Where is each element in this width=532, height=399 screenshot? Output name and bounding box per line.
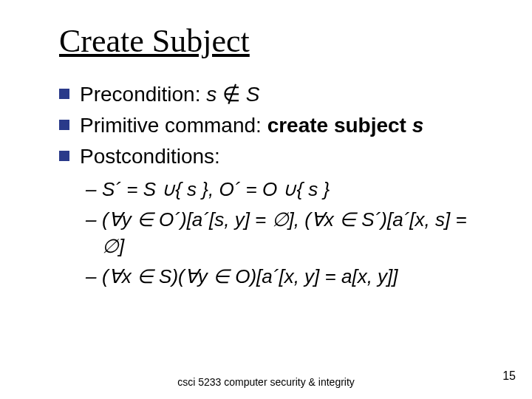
bullet-list: Precondition: s ∉ S Primitive command: c… — [59, 81, 488, 170]
postcond-line-2: (∀y ∈ O´)[a´[s, y] = ∅], (∀x ∈ S´)[a´[x,… — [86, 206, 488, 260]
precondition-label: Precondition: — [80, 83, 200, 106]
slide: Create Subject Precondition: s ∉ S Primi… — [0, 0, 532, 399]
precondition-rhs: S — [246, 83, 260, 106]
primitive-arg: s — [412, 114, 424, 137]
sub-list: S´ = S ∪{ s }, O´ = O ∪{ s } (∀y ∈ O´)[a… — [86, 176, 488, 290]
postcond-line-3: (∀x ∈ S)(∀y ∈ O)[a´[x, y] = a[x, y]] — [86, 263, 488, 290]
postconditions-label: Postconditions: — [80, 145, 220, 168]
slide-title: Create Subject — [59, 22, 488, 60]
primitive-label: Primitive command: — [80, 114, 262, 137]
notin-symbol: ∉ — [222, 83, 240, 106]
bullet-primitive: Primitive command: create subject s — [59, 112, 488, 140]
primitive-command: create subject — [267, 114, 406, 137]
bullet-postconditions: Postconditions: — [59, 143, 488, 171]
footer-text: csci 5233 computer security & integrity — [0, 376, 532, 389]
page-number: 15 — [502, 369, 516, 383]
postcond-line-1: S´ = S ∪{ s }, O´ = O ∪{ s } — [86, 176, 488, 202]
bullet-precondition: Precondition: s ∉ S — [59, 81, 488, 109]
precondition-lhs: s — [206, 83, 216, 106]
